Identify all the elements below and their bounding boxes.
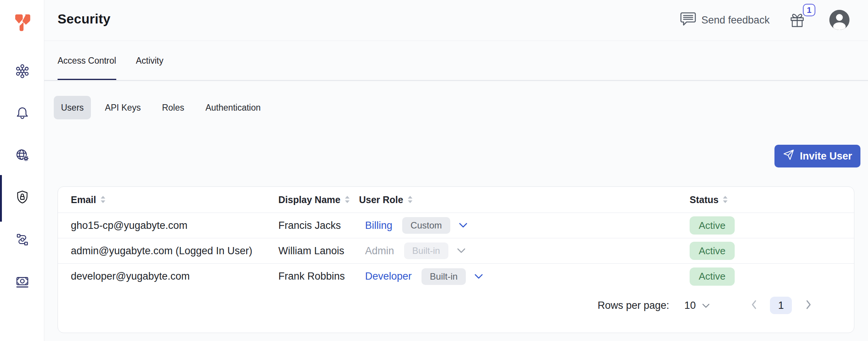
invite-user-button[interactable]: Invite User bbox=[774, 145, 860, 167]
chevron-down-icon bbox=[702, 300, 710, 311]
table-row: admin@yugabyte.com (Logged In User) Will… bbox=[58, 238, 854, 264]
column-header-display-name[interactable]: Display Name bbox=[278, 194, 359, 205]
user-role-select[interactable]: Billing Custom bbox=[359, 217, 690, 234]
tabs-divider bbox=[44, 80, 868, 81]
sidebar-item-network[interactable] bbox=[14, 148, 31, 164]
user-role-value: Admin bbox=[365, 245, 394, 257]
chevron-left-icon bbox=[751, 300, 757, 311]
status-badge: Active bbox=[690, 267, 735, 286]
column-header-status[interactable]: Status bbox=[690, 194, 854, 205]
send-feedback-button[interactable]: Send feedback bbox=[680, 11, 770, 29]
status-badge: Active bbox=[690, 242, 735, 260]
status-badge: Active bbox=[690, 216, 735, 235]
send-feedback-label: Send feedback bbox=[701, 14, 770, 26]
role-type-chip: Custom bbox=[402, 217, 450, 234]
user-display-name: William Lanois bbox=[278, 245, 359, 257]
subtab-users-label: Users bbox=[61, 103, 84, 113]
flow-icon bbox=[14, 232, 30, 249]
rows-per-page-label: Rows per page: bbox=[598, 300, 669, 311]
tab-activity-label: Activity bbox=[136, 56, 164, 66]
subtab-authentication-label: Authentication bbox=[205, 103, 261, 113]
subtab-roles[interactable]: Roles bbox=[155, 96, 192, 119]
page-title: Security bbox=[58, 11, 111, 27]
gift-icon bbox=[788, 23, 806, 30]
chevron-right-icon bbox=[806, 300, 812, 311]
yugabyte-logo-icon[interactable] bbox=[14, 14, 32, 32]
table-row: developer@yugabyte.com Frank Robbins Dev… bbox=[58, 264, 854, 289]
banknote-icon bbox=[14, 274, 30, 291]
column-header-user-role-label: User Role bbox=[359, 194, 403, 205]
subtab-users[interactable]: Users bbox=[54, 96, 91, 119]
sidebar-item-billing[interactable] bbox=[14, 274, 31, 291]
shield-lock-icon bbox=[14, 189, 30, 207]
user-role-select-disabled: Admin Built-in bbox=[359, 242, 690, 259]
chevron-down-icon bbox=[457, 248, 466, 254]
subtab-authentication[interactable]: Authentication bbox=[198, 96, 268, 119]
column-header-email[interactable]: Email bbox=[71, 194, 278, 205]
user-role-value[interactable]: Developer bbox=[365, 271, 412, 282]
subtab-api-keys-label: API Keys bbox=[105, 103, 141, 113]
sort-icon bbox=[407, 196, 413, 204]
sidebar-item-alerts[interactable] bbox=[14, 106, 31, 122]
sidebar-nav bbox=[0, 64, 44, 291]
column-header-user-role[interactable]: User Role bbox=[359, 194, 690, 205]
user-email: gho15-cp@yugabyte.com bbox=[71, 220, 278, 232]
feedback-bubble-icon bbox=[680, 11, 696, 29]
bell-icon bbox=[14, 105, 30, 123]
user-display-name: Frank Robbins bbox=[278, 271, 359, 282]
user-email: developer@yugabyte.com bbox=[71, 271, 278, 282]
header-divider bbox=[44, 41, 868, 41]
sort-icon bbox=[100, 196, 106, 204]
role-type-chip: Built-in bbox=[404, 242, 448, 259]
cluster-hub-icon bbox=[14, 63, 30, 81]
invite-user-label: Invite User bbox=[800, 150, 852, 162]
user-role-value[interactable]: Billing bbox=[365, 220, 392, 232]
tab-access-control[interactable]: Access Control bbox=[58, 41, 116, 81]
globe-gear-icon bbox=[14, 147, 30, 165]
rows-per-page-select[interactable]: 10 bbox=[684, 300, 710, 311]
tab-activity[interactable]: Activity bbox=[136, 41, 164, 81]
sort-icon bbox=[344, 196, 350, 204]
sidebar-item-integrations[interactable] bbox=[14, 232, 31, 249]
user-display-name: Francis Jacks bbox=[278, 220, 359, 232]
user-email: admin@yugabyte.com (Logged In User) bbox=[71, 245, 278, 257]
avatar-button[interactable] bbox=[829, 10, 849, 30]
gift-badge: 1 bbox=[803, 4, 815, 16]
page-number-button[interactable]: 1 bbox=[770, 297, 792, 314]
table-header-row: Email Display Name User Role Status bbox=[58, 187, 854, 213]
column-header-display-name-label: Display Name bbox=[278, 194, 340, 205]
table-row: gho15-cp@yugabyte.com Francis Jacks Bill… bbox=[58, 213, 854, 238]
role-type-chip: Built-in bbox=[422, 268, 466, 285]
sidebar bbox=[0, 0, 44, 341]
tab-bar: Access Control Activity bbox=[58, 41, 164, 81]
pagination: Rows per page: 10 1 bbox=[598, 296, 812, 315]
sidebar-item-security[interactable] bbox=[14, 190, 31, 206]
rows-per-page-value: 10 bbox=[684, 300, 696, 311]
sidebar-item-clusters[interactable] bbox=[14, 64, 31, 80]
subtab-roles-label: Roles bbox=[162, 103, 184, 113]
next-page-button[interactable] bbox=[806, 300, 812, 311]
paper-plane-icon bbox=[783, 149, 795, 163]
tab-access-control-label: Access Control bbox=[58, 56, 116, 66]
subtab-api-keys[interactable]: API Keys bbox=[98, 96, 148, 119]
subtab-bar: Users API Keys Roles Authentication bbox=[54, 96, 268, 119]
sort-icon bbox=[722, 196, 728, 204]
user-role-select[interactable]: Developer Built-in bbox=[359, 268, 690, 285]
column-header-email-label: Email bbox=[71, 194, 96, 205]
column-header-status-label: Status bbox=[690, 194, 718, 205]
chevron-down-icon[interactable] bbox=[474, 274, 483, 280]
previous-page-button[interactable] bbox=[751, 300, 757, 311]
chevron-down-icon[interactable] bbox=[459, 222, 468, 228]
